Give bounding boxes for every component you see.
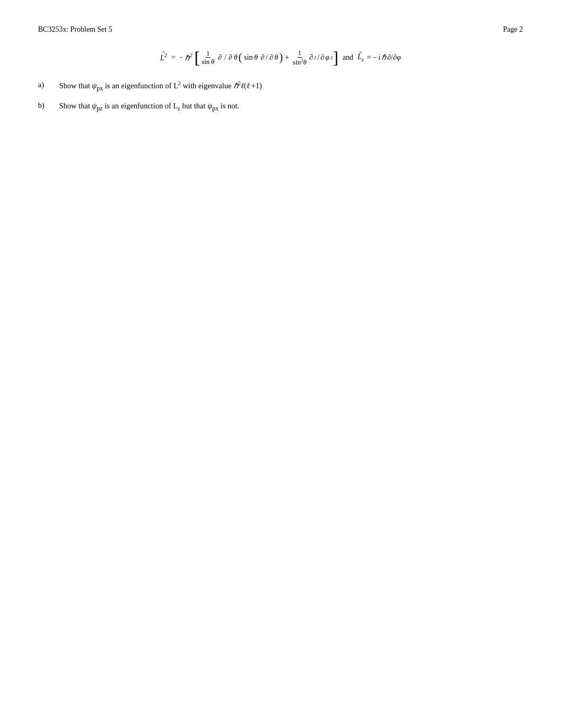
inner-bracket-left: ( [238,51,242,63]
frac-1-over-sin2theta: 1 sin2θ [292,49,307,67]
hbar-a: ℏ [233,81,238,89]
minus-sign-2: − [373,53,377,62]
lhat-squared-operator: L2 [160,52,167,62]
px-subscript-b: px [212,104,219,112]
hbar-lz: ℏ [381,53,386,62]
phi-var: φ [325,53,330,62]
problem-a: a) Show that ψpx is an eigenfunction of … [38,79,523,94]
formula-row: L2 = − ℏ2 [ 1 sin θ ∂ / ∂ θ ( sin θ ∂ / … [38,49,523,67]
problems-section: a) Show that ψpx is an eigenfunction of … [38,79,523,114]
pz-subscript-b: pz [97,104,102,112]
header-page: Page 2 [503,25,523,34]
i-symbol: i [378,53,380,62]
header-title: BC3253x: Problem Set 5 [38,25,112,34]
problem-a-text: Show that ψpx is an eigenfunction of L2 … [59,79,523,94]
px-subscript-a: px [97,84,103,91]
phi-lz: φ [397,53,401,62]
partial-theta-denom: ∂ [229,53,232,62]
problem-a-label: a) [38,79,59,91]
partial-phi: ∂ [321,53,324,62]
equals-sign-1: = [171,53,175,62]
partial-phi-lz: ∂ [387,53,391,62]
theta-var-1: θ [234,53,238,62]
lz-sub-b: z [178,105,181,111]
page-container: BC3253x: Problem Set 5 Page 2 L2 = − ℏ2 … [0,0,561,145]
partial-exp-2: 2 [314,55,316,60]
big-bracket-left-1: [ [194,49,200,66]
partial-theta-inner: ∂ [269,53,273,62]
slash-3: / [317,53,320,62]
partial-phi-denom: ∂ [393,53,397,62]
psi-px-b: ψ [208,102,212,110]
theta-var-2: θ [275,53,278,62]
partial-inner: ∂ [260,53,264,62]
equals-sign-2: = [367,53,371,62]
sin-theta-inner: sin θ [244,53,258,62]
partial-theta-outer: ∂ [218,53,222,62]
problem-b-label: b) [38,100,59,112]
psi-pz-b: ψ [92,102,97,110]
slash-1: / [225,53,227,62]
frac-1-over-sintheta: 1 sin θ [201,49,215,66]
inner-bracket-right: ) [279,51,283,63]
problem-b: b) Show that ψpz is an eigenfunction of … [38,100,523,114]
big-bracket-right-1: ] [333,49,339,66]
and-text: and [343,53,353,62]
l-squared-a: 2 [178,80,181,86]
slash-2: / [266,53,268,62]
page-header: BC3253x: Problem Set 5 Page 2 [38,25,523,34]
plus-sign: + [285,53,289,62]
hbar-squared: ℏ2 [185,52,192,62]
problem-b-text: Show that ψpz is an eigenfunction of Lz … [59,100,523,114]
partial-squared: ∂ [309,53,313,62]
lz-hat-operator: Lz [358,53,364,62]
minus-sign-1: − [179,53,183,62]
psi-px-a: ψ [92,81,97,89]
